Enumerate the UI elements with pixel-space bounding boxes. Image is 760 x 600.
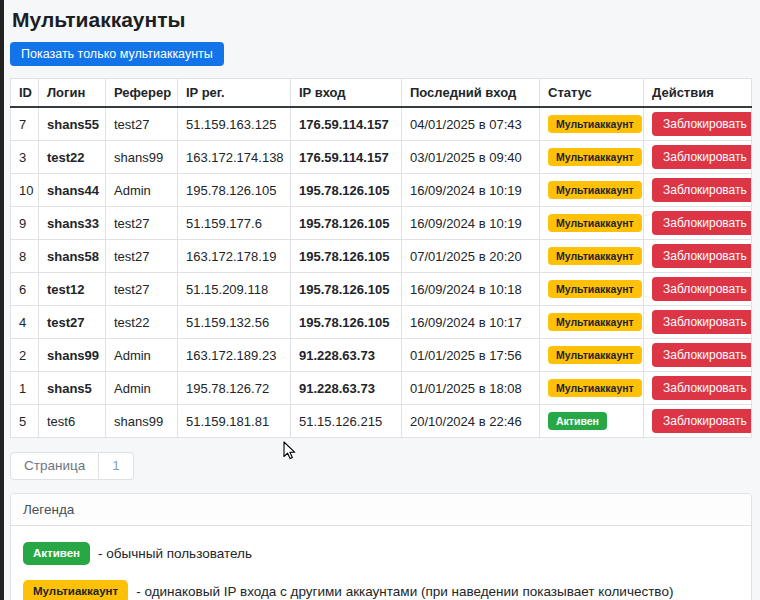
last-login-cell: 16/09/2024 в 10:17 (402, 306, 540, 339)
table-row: 6test12test2751.15.209.118195.78.126.105… (11, 273, 752, 306)
status-cell: Мультиаккаунт (540, 372, 644, 405)
status-badge[interactable]: Мультиаккаунт (548, 346, 642, 365)
referrer-cell: Admin (106, 372, 178, 405)
legend-item-text: - обычный пользователь (98, 546, 252, 561)
actions-cell: Заблокировать (644, 339, 752, 372)
status-cell: Мультиаккаунт (540, 141, 644, 174)
legend-badge-success: Активен (23, 542, 90, 566)
legend-badge-warning: Мультиаккаунт (23, 580, 128, 600)
legend-card: Легенда Активен- обычный пользовательМул… (10, 493, 752, 600)
status-cell: Активен (540, 405, 644, 438)
status-cell: Мультиаккаунт (540, 339, 644, 372)
referrer-cell: test27 (106, 207, 178, 240)
last-login-cell: 01/01/2025 в 17:56 (402, 339, 540, 372)
show-multiaccounts-button[interactable]: Показать только мультиаккаунты (10, 42, 224, 66)
table-row: 2shans99Admin163.172.189.2391.228.63.730… (11, 339, 752, 372)
accounts-table: ID Логин Реферер IP рег. IP вход Последн… (10, 78, 752, 438)
block-button[interactable]: Заблокировать (652, 409, 752, 433)
block-button[interactable]: Заблокировать (652, 376, 752, 400)
pagination-label: Страница (10, 452, 99, 480)
actions-cell: Заблокировать (644, 174, 752, 207)
login-cell: shans33 (39, 207, 106, 240)
ip-login-cell: 176.59.114.157 (291, 141, 402, 174)
accounts-table-body: 7shans55test2751.159.163.125176.59.114.1… (11, 107, 752, 438)
ip-reg-cell: 195.78.126.105 (178, 174, 291, 207)
ip-reg-cell: 51.159.163.125 (178, 107, 291, 141)
block-button[interactable]: Заблокировать (652, 277, 752, 301)
last-login-cell: 16/09/2024 в 10:19 (402, 174, 540, 207)
last-login-cell: 03/01/2025 в 09:40 (402, 141, 540, 174)
column-header-referrer: Реферер (106, 79, 178, 108)
legend-item: Активен- обычный пользователь (23, 542, 739, 566)
column-header-login: Логин (39, 79, 106, 108)
referrer-cell: Admin (106, 174, 178, 207)
block-button[interactable]: Заблокировать (652, 112, 752, 136)
status-badge[interactable]: Мультиаккаунт (548, 247, 642, 266)
referrer-cell: test27 (106, 273, 178, 306)
table-row: 8shans58test27163.172.178.19195.78.126.1… (11, 240, 752, 273)
pagination-page-1[interactable]: 1 (99, 452, 134, 480)
last-login-cell: 01/01/2025 в 18:08 (402, 372, 540, 405)
referrer-cell: shans99 (106, 405, 178, 438)
status-badge[interactable]: Мультиаккаунт (548, 148, 642, 167)
ip-login-cell: 91.228.63.73 (291, 339, 402, 372)
referrer-cell: test27 (106, 107, 178, 141)
last-login-cell: 07/01/2025 в 20:20 (402, 240, 540, 273)
ip-reg-cell: 51.159.177.6 (178, 207, 291, 240)
status-cell: Мультиаккаунт (540, 273, 644, 306)
status-badge: Активен (548, 412, 607, 431)
actions-cell: Заблокировать (644, 372, 752, 405)
window-edge (0, 0, 4, 600)
legend-item-text: - одинаковый IP входа с другими аккаунта… (136, 584, 673, 599)
ip-login-cell: 91.228.63.73 (291, 372, 402, 405)
ip-login-cell: 195.78.126.105 (291, 174, 402, 207)
actions-cell: Заблокировать (644, 240, 752, 273)
table-row: 4test27test2251.159.132.56195.78.126.105… (11, 306, 752, 339)
table-row: 1shans5Admin195.78.126.7291.228.63.7301/… (11, 372, 752, 405)
status-badge[interactable]: Мультиаккаунт (548, 214, 642, 233)
table-row: 9shans33test2751.159.177.6195.78.126.105… (11, 207, 752, 240)
login-cell: test12 (39, 273, 106, 306)
actions-cell: Заблокировать (644, 405, 752, 438)
status-badge[interactable]: Мультиаккаунт (548, 313, 642, 332)
login-cell: shans55 (39, 107, 106, 141)
status-badge[interactable]: Мультиаккаунт (548, 280, 642, 299)
referrer-cell: test22 (106, 306, 178, 339)
main-content: Мультиаккаунты Показать только мультиакк… (0, 0, 760, 600)
last-login-cell: 16/09/2024 в 10:19 (402, 207, 540, 240)
actions-cell: Заблокировать (644, 306, 752, 339)
status-badge[interactable]: Мультиаккаунт (548, 115, 642, 134)
id-cell: 7 (11, 107, 39, 141)
column-header-ip-reg: IP рег. (178, 79, 291, 108)
block-button[interactable]: Заблокировать (652, 178, 752, 202)
ip-reg-cell: 51.159.132.56 (178, 306, 291, 339)
id-cell: 8 (11, 240, 39, 273)
ip-reg-cell: 51.159.181.81 (178, 405, 291, 438)
login-cell: test27 (39, 306, 106, 339)
ip-reg-cell: 163.172.174.138 (178, 141, 291, 174)
actions-cell: Заблокировать (644, 273, 752, 306)
id-cell: 4 (11, 306, 39, 339)
status-badge[interactable]: Мультиаккаунт (548, 181, 642, 200)
ip-login-cell: 195.78.126.105 (291, 273, 402, 306)
block-button[interactable]: Заблокировать (652, 310, 752, 334)
ip-reg-cell: 163.172.178.19 (178, 240, 291, 273)
status-cell: Мультиаккаунт (540, 207, 644, 240)
column-header-status: Статус (540, 79, 644, 108)
block-button[interactable]: Заблокировать (652, 145, 752, 169)
ip-login-cell: 195.78.126.105 (291, 306, 402, 339)
id-cell: 2 (11, 339, 39, 372)
login-cell: shans44 (39, 174, 106, 207)
column-header-ip-login: IP вход (291, 79, 402, 108)
ip-reg-cell: 51.15.209.118 (178, 273, 291, 306)
block-button[interactable]: Заблокировать (652, 244, 752, 268)
actions-cell: Заблокировать (644, 107, 752, 141)
login-cell: shans5 (39, 372, 106, 405)
block-button[interactable]: Заблокировать (652, 343, 752, 367)
ip-login-cell: 195.78.126.105 (291, 207, 402, 240)
table-row: 10shans44Admin195.78.126.105195.78.126.1… (11, 174, 752, 207)
block-button[interactable]: Заблокировать (652, 211, 752, 235)
status-badge[interactable]: Мультиаккаунт (548, 379, 642, 398)
ip-login-cell: 51.15.126.215 (291, 405, 402, 438)
legend-title: Легенда (11, 494, 751, 526)
